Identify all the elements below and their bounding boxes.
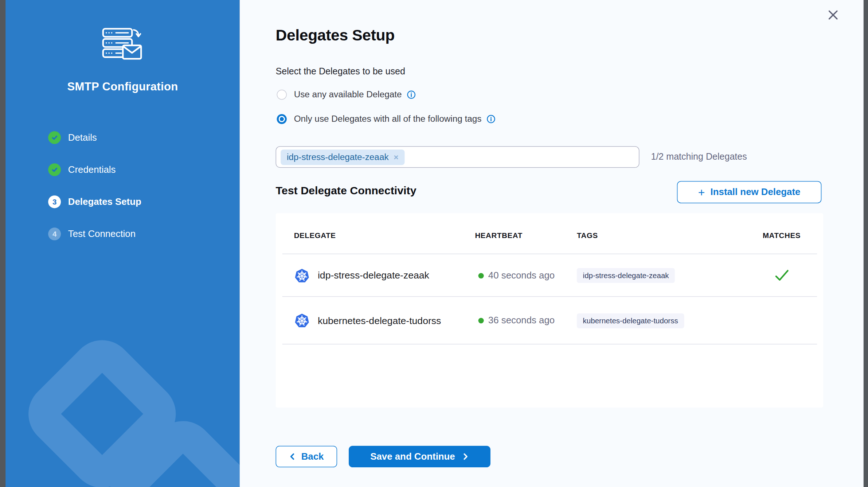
kubernetes-icon [294, 313, 310, 328]
step-number-badge: 3 [48, 195, 61, 208]
delegate-name: kubernetes-delegate-tudorss [318, 315, 441, 327]
delegate-tag-chip: idp-stress-delegate-zeaak [577, 268, 675, 283]
step-delegates-setup[interactable]: 3 Delegates Setup [48, 195, 141, 208]
back-button[interactable]: Back [276, 446, 337, 467]
back-button-label: Back [301, 451, 324, 462]
save-button-label: Save and Continue [370, 451, 455, 462]
kubernetes-icon [294, 268, 310, 283]
smtp-configuration-dialog: SMTP Configuration Details [5, 0, 864, 487]
smtp-server-mail-icon [101, 28, 144, 63]
save-and-continue-button[interactable]: Save and Continue [349, 446, 490, 467]
column-header-matches: MATCHES [754, 231, 809, 240]
radio-unselected-icon[interactable] [277, 90, 287, 100]
column-header-delegate: DELEGATE [294, 231, 336, 240]
page-title: Delegates Setup [276, 27, 395, 44]
wizard-sidebar: SMTP Configuration Details [5, 0, 240, 487]
plus-icon: + [698, 186, 705, 198]
delegates-setup-panel: Delegates Setup Select the Delegates to … [240, 0, 864, 487]
delegate-cell: idp-stress-delegate-zeaak [294, 254, 429, 297]
wizard-title: SMTP Configuration [5, 80, 240, 93]
close-icon[interactable] [827, 9, 839, 21]
match-check-icon [774, 269, 789, 282]
radio-any-delegate[interactable]: Use any available Delegate [277, 90, 416, 100]
step-test-connection[interactable]: 4 Test Connection [48, 227, 141, 240]
radio-selected-icon[interactable] [277, 114, 287, 124]
delegate-name: idp-stress-delegate-zeaak [318, 270, 429, 281]
step-label: Details [68, 132, 97, 143]
install-button-label: Install new Delegate [711, 187, 801, 198]
column-header-heartbeat: HEARTBEAT [475, 231, 522, 240]
delegate-tag-chip: kubernetes-delegate-tudorss [577, 313, 684, 328]
info-icon[interactable] [407, 90, 415, 99]
info-icon[interactable] [486, 114, 495, 123]
install-new-delegate-button[interactable]: + Install new Delegate [677, 181, 821, 203]
step-credentials[interactable]: Credentials [48, 163, 141, 176]
table-header-row: DELEGATE HEARTBEAT TAGS MATCHES [276, 213, 823, 254]
modal-stage: SMTP Configuration Details [0, 0, 868, 487]
step-completed-check-icon [48, 131, 61, 144]
wizard-steps: Details Credentials 3 Delegates Setup 4 [48, 131, 141, 260]
tag-chip-label: idp-stress-delegate-zeaak [287, 152, 389, 162]
heartbeat-time: 40 seconds ago [488, 270, 555, 281]
step-details[interactable]: Details [48, 131, 141, 144]
step-label: Credentials [68, 164, 116, 175]
chevron-right-icon [462, 453, 469, 460]
table-row: kubernetes-delegate-tudorss 36 seconds a… [276, 297, 823, 344]
table-row: idp-stress-delegate-zeaak 40 seconds ago… [276, 254, 823, 297]
radio-delegates-with-tags[interactable]: Only use Delegates with all of the follo… [277, 114, 496, 124]
matches-cell [754, 297, 809, 344]
tag-chip: idp-stress-delegate-zeaak × [281, 149, 404, 165]
matches-cell [754, 254, 809, 297]
heartbeat-cell: 36 seconds ago [478, 297, 555, 344]
radio-label: Use any available Delegate [294, 90, 402, 100]
step-label: Delegates Setup [68, 196, 141, 207]
step-label: Test Connection [68, 229, 136, 239]
tags-cell: kubernetes-delegate-tudorss [577, 297, 684, 344]
radio-label: Only use Delegates with all of the follo… [294, 114, 482, 124]
chevron-left-icon [289, 453, 296, 460]
heartbeat-status-dot [478, 273, 484, 278]
tags-cell: idp-stress-delegate-zeaak [577, 254, 675, 297]
remove-tag-icon[interactable]: × [394, 152, 398, 162]
matching-delegates-count: 1/2 matching Delegates [651, 151, 747, 162]
select-delegates-label: Select the Delegates to be used [276, 66, 405, 77]
column-header-tags: TAGS [577, 231, 598, 240]
delegates-table: DELEGATE HEARTBEAT TAGS MATCHES [276, 213, 823, 408]
delegate-cell: kubernetes-delegate-tudorss [294, 297, 441, 344]
heartbeat-cell: 40 seconds ago [478, 254, 555, 297]
heartbeat-time: 36 seconds ago [488, 315, 555, 326]
step-number-badge: 4 [48, 227, 61, 240]
step-completed-check-icon [48, 163, 61, 176]
delegate-tags-input[interactable]: idp-stress-delegate-zeaak × [276, 146, 640, 168]
heartbeat-status-dot [478, 318, 484, 323]
test-connectivity-heading: Test Delegate Connectivity [276, 184, 417, 197]
